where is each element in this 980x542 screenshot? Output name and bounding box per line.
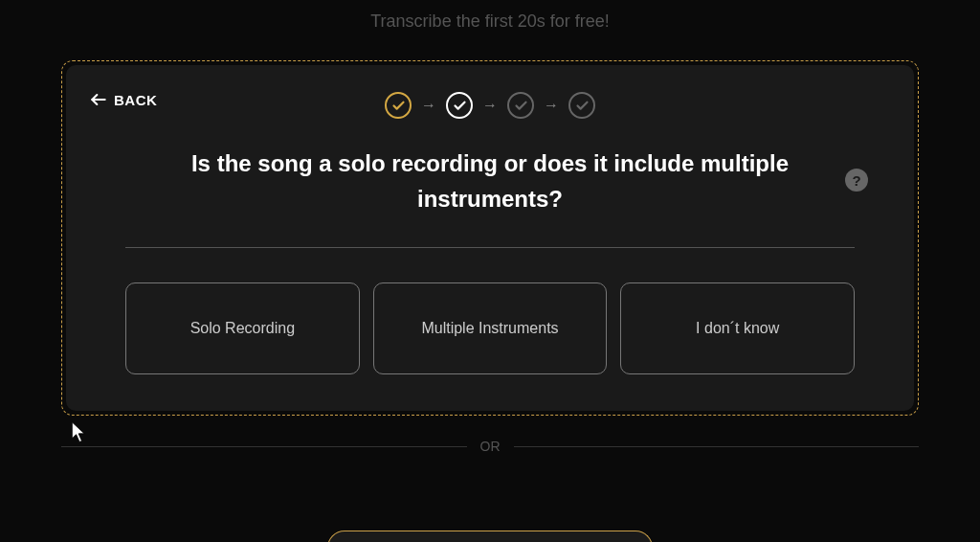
divider (125, 247, 855, 248)
arrow-right-icon: → (421, 97, 436, 114)
check-icon (391, 99, 406, 113)
question-row: Is the song a solo recording or does it … (125, 146, 855, 216)
step-4 (568, 92, 595, 119)
step-2 (446, 92, 473, 119)
check-icon (575, 99, 590, 113)
arrow-left-icon (89, 90, 108, 109)
or-divider: OR (61, 439, 919, 454)
promo-banner: Transcribe the first 20s for free! (0, 0, 980, 32)
back-label: BACK (114, 92, 157, 108)
option-solo-recording[interactable]: Solo Recording (125, 282, 360, 374)
check-icon (453, 99, 467, 113)
help-icon[interactable]: ? (845, 169, 868, 192)
or-line-right (514, 446, 920, 447)
arrow-right-icon: → (544, 97, 559, 114)
bottom-button-peek (327, 531, 653, 542)
question-modal: BACK → → → Is the song a solo recording … (66, 65, 914, 411)
step-3 (507, 92, 534, 119)
options-row: Solo Recording Multiple Instruments I do… (125, 282, 855, 374)
back-button[interactable]: BACK (89, 90, 157, 109)
step-indicator: → → → (93, 92, 887, 119)
option-multiple-instruments[interactable]: Multiple Instruments (373, 282, 608, 374)
check-icon (514, 99, 528, 113)
arrow-right-icon: → (482, 97, 498, 114)
dashed-container: BACK → → → Is the song a solo recording … (61, 60, 919, 416)
or-line-left (61, 446, 467, 447)
step-1 (385, 92, 412, 119)
or-label: OR (467, 439, 514, 454)
question-text: Is the song a solo recording or does it … (165, 146, 815, 216)
option-dont-know[interactable]: I don´t know (620, 282, 855, 374)
